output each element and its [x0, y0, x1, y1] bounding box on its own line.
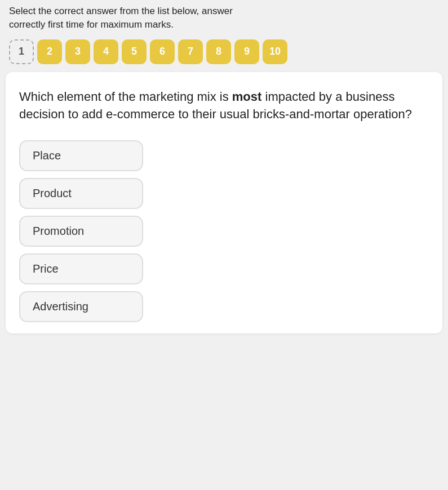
question-card: Which element of the marketing mix is mo… — [6, 72, 442, 334]
answer-option-price[interactable]: Price — [19, 253, 143, 284]
answer-option-promotion[interactable]: Promotion — [19, 216, 143, 247]
instruction-text: Select the correct answer from the list … — [0, 0, 448, 34]
nav-button-6[interactable]: 6 — [150, 39, 175, 64]
question-bold: most — [232, 90, 262, 104]
nav-button-10[interactable]: 10 — [263, 39, 287, 64]
nav-button-2[interactable]: 2 — [37, 39, 62, 64]
nav-button-8[interactable]: 8 — [206, 39, 231, 64]
answer-option-advertising[interactable]: Advertising — [19, 291, 143, 322]
instruction-line1: Select the correct answer from the list … — [9, 6, 233, 16]
question-navigation: 12345678910 — [0, 34, 448, 72]
nav-button-7[interactable]: 7 — [178, 39, 203, 64]
nav-button-4[interactable]: 4 — [94, 39, 118, 64]
answer-option-product[interactable]: Product — [19, 178, 143, 209]
instruction-line2: correctly first time for maximum marks. — [9, 19, 174, 30]
nav-button-1[interactable]: 1 — [9, 39, 34, 64]
nav-button-5[interactable]: 5 — [122, 39, 147, 64]
nav-button-3[interactable]: 3 — [65, 39, 90, 64]
answer-options: PlaceProductPromotionPriceAdvertising — [19, 140, 429, 322]
nav-button-9[interactable]: 9 — [234, 39, 259, 64]
question-part1: Which element of the marketing mix is — [19, 90, 232, 104]
answer-option-place[interactable]: Place — [19, 140, 143, 171]
question-text: Which element of the marketing mix is mo… — [19, 88, 429, 124]
